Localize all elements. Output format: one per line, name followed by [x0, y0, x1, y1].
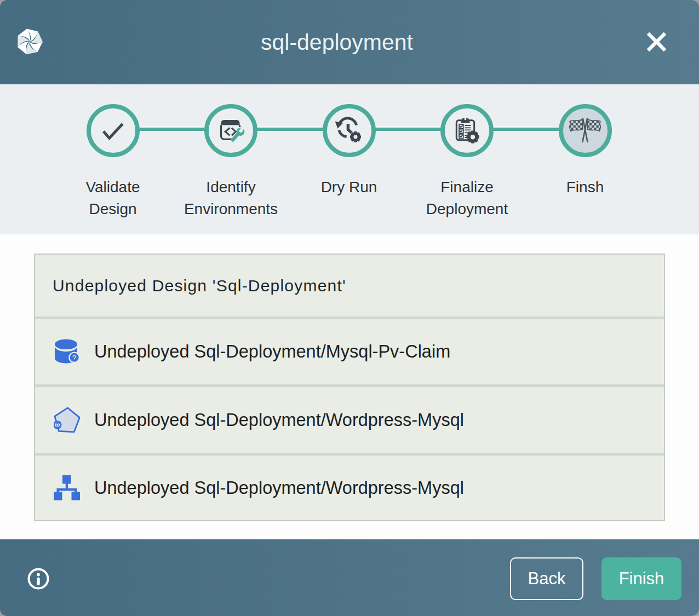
svg-text:?: ?	[72, 353, 77, 361]
